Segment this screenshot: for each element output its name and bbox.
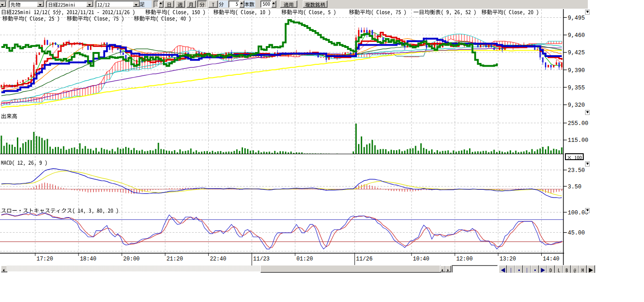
y-axis-label: 9,495 [568, 15, 585, 21]
macd-pane-menu-button[interactable] [585, 161, 590, 167]
dropdown-arrow-icon[interactable] [0, 1, 6, 7]
spinner-icon [159, 1, 163, 8]
y-axis-label: 115.00 [568, 137, 588, 144]
dropdown-arrow-icon[interactable] [133, 1, 140, 7]
x-axis-label: 10:40 [413, 256, 429, 262]
x-axis-label: 11/23 [253, 256, 269, 262]
pane-menu-icon [586, 208, 589, 213]
period-week-button[interactable]: 週 [175, 0, 185, 8]
stochastics-series [1, 212, 562, 249]
tool-button-tool-d[interactable] [547, 265, 555, 273]
category-combo[interactable]: 先物 [9, 0, 45, 8]
tool-button-tool-a[interactable] [515, 265, 523, 273]
minute-unit-label: 分 [219, 0, 228, 8]
left-arrow-icon [440, 268, 444, 273]
period-tick-button[interactable]: T [208, 0, 218, 8]
scrollbar-track[interactable] [6, 266, 260, 271]
x-axis-label: 01:20 [296, 256, 313, 262]
y-axis-label: 45.00 [568, 230, 585, 236]
volume-multiplier-box: × 100 [565, 153, 584, 160]
dropdown-arrow-icon[interactable] [37, 1, 44, 7]
mini-dropdown[interactable] [0, 0, 7, 8]
tool-button-scroll-prev[interactable] [499, 265, 507, 273]
y-axis-label: 3.50 [568, 184, 581, 190]
stoch-pane-menu-button[interactable] [585, 208, 590, 213]
x-axis-label: 22:40 [210, 256, 226, 262]
period-day-button[interactable]: 日 [164, 0, 174, 8]
tool-button-tool-next2[interactable] [587, 265, 595, 273]
multi-symbol-button[interactable]: 複数銘柄 [303, 0, 327, 8]
volume-pane-menu-button[interactable] [585, 110, 590, 115]
tool-button-tool-at[interactable] [571, 265, 579, 273]
x-axis-label: 20:00 [123, 256, 140, 262]
price-pane-menu-button[interactable] [585, 10, 590, 15]
x-axis-label: 11/26 [356, 256, 373, 262]
chart-layers: 17:2018:4020:0021:2022:4011/2301:2011/26… [0, 9, 588, 267]
contract-month-combo[interactable]: 12/12 [95, 0, 141, 8]
spinner-icon [240, 1, 244, 8]
pane-menu-icon [586, 162, 589, 166]
tool-button-tool-l[interactable] [555, 265, 563, 273]
pane-menu-icon [586, 110, 589, 115]
y-axis-label: 23.50 [568, 167, 585, 174]
bar-type-label: 足 [140, 0, 152, 8]
macd-series [0, 169, 563, 198]
volume-series [0, 124, 563, 154]
right-arrow-icon [446, 268, 450, 273]
x-axis-label: 17:20 [37, 256, 53, 262]
scrollbar-thumb[interactable] [260, 265, 441, 273]
tool-button-tool-m[interactable] [579, 265, 587, 273]
stoch-pane-title: スロー・ストキャスティクス( 14, 3, 80, 20 ) [0, 0, 118, 213]
y-axis-label: 9,320 [568, 102, 585, 109]
period-minute-button[interactable]: 分 [197, 0, 207, 8]
toolbar: 先物 日経225mini 12/12 足 1 日 週 月 分 T 分 5 本数 … [0, 0, 588, 9]
symbol-combo[interactable]: 日経225mini [46, 0, 94, 8]
x-axis-label: 21:20 [167, 256, 183, 262]
tool-button-tool-b2[interactable] [563, 265, 571, 273]
y-axis-label: 9,425 [568, 50, 585, 56]
y-axis-label: 9,390 [568, 68, 585, 74]
chart-application: 17:2018:4020:0021:2022:4011/2301:2011/26… [0, 0, 644, 302]
dropdown-arrow-icon[interactable] [86, 1, 93, 7]
minute-value-field[interactable]: 5 [228, 0, 239, 8]
apply-button[interactable]: 適用 [280, 0, 297, 8]
x-axis-label: 14:40 [543, 256, 560, 262]
bar-interval-field[interactable]: 1 [153, 0, 158, 8]
chart-canvas[interactable]: 17:2018:4020:0021:2022:4011/2301:2011/26… [0, 0, 644, 302]
x-axis-label: 18:40 [80, 256, 96, 262]
x-axis-label: 13:20 [500, 256, 516, 262]
bar-count-field[interactable]: 500 [260, 0, 271, 8]
tool-button-cursor-b[interactable] [523, 265, 531, 273]
left-arrow-icon [1, 268, 6, 273]
tool-button-scroll-next[interactable] [539, 265, 547, 273]
x-axis-label: 12:00 [456, 256, 473, 262]
candlestick-series [1, 27, 563, 87]
minute-spinner[interactable] [239, 0, 244, 8]
y-axis-label: 9,460 [568, 32, 585, 39]
chart-tool-buttons [499, 265, 596, 273]
bar-count-spinner[interactable] [271, 0, 276, 8]
spinner-icon [272, 1, 276, 8]
bar-interval-spinner[interactable] [158, 0, 164, 8]
scroll-position-field[interactable] [452, 265, 498, 273]
y-axis-label: 9,355 [568, 85, 585, 91]
pane-menu-icon [586, 10, 589, 14]
tool-button-tool-b[interactable] [531, 265, 539, 273]
tool-button-cursor-a[interactable] [507, 265, 515, 273]
scroll-step-right-button[interactable] [445, 266, 451, 272]
y-axis-label: 255.00 [568, 120, 588, 127]
period-month-button[interactable]: 月 [186, 0, 196, 8]
bar-count-label: 本数 [244, 0, 255, 8]
